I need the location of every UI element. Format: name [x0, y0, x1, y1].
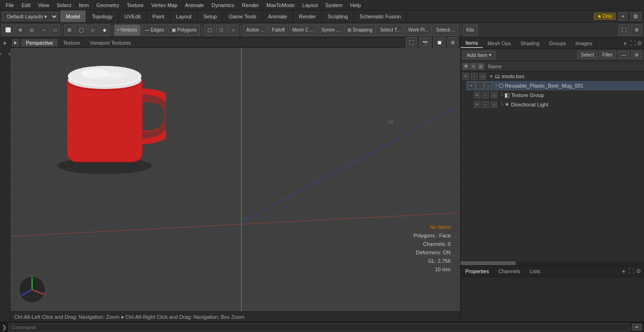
maximize-btn[interactable]: ⛶ [619, 24, 630, 36]
layout-settings-button[interactable]: ⚙ [630, 12, 641, 21]
symm-btn[interactable]: Symm ... [318, 24, 343, 36]
item-render-3[interactable]: ◎ [491, 92, 497, 98]
menu-dynamics[interactable]: Dynamics [208, 1, 238, 9]
layout-tab-scripting[interactable]: Scripting [322, 10, 354, 22]
snap-toggle-btn[interactable]: ⬜ [2, 24, 14, 36]
props-settings-btn[interactable]: ⚙ [636, 268, 641, 275]
viewport-cam-btn[interactable]: 📷 [419, 37, 431, 49]
layout-tab-game-tools[interactable]: Game Tools [223, 10, 263, 22]
item-plus-2[interactable]: + [477, 82, 483, 89]
item-row-beer-mug[interactable]: 👁 + ◎ └ ⬡ Reusable_Plastic_Beer_Mug_001 [466, 81, 644, 90]
view-settings-btn[interactable]: ⚙ [631, 24, 642, 36]
hex-mode-btn[interactable]: ⬡ [216, 24, 227, 36]
selecti-btn[interactable]: Selecti ... [433, 24, 459, 36]
layout-tab-topology[interactable]: Topology [86, 10, 119, 22]
menu-file[interactable]: File [2, 1, 18, 9]
viewport-tab-viewport-textures[interactable]: Viewport Textures [85, 39, 136, 47]
item-render-4[interactable]: ◎ [491, 101, 497, 108]
menu-maxtomodo[interactable]: MaxToModo [263, 1, 298, 9]
light-btn[interactable]: ☼ [228, 24, 239, 36]
viewport-3d[interactable]: +2 [10, 48, 460, 311]
item-plus-1[interactable]: + [471, 73, 478, 80]
tab-shading[interactable]: Shading [516, 39, 544, 48]
item-plus-3[interactable]: + [482, 92, 489, 98]
menu-geometry[interactable]: Geometry [92, 1, 123, 9]
viewport-tab-perspective[interactable]: Perspective [21, 39, 58, 47]
item-render-2[interactable]: ◎ [485, 82, 492, 89]
falloff-btn[interactable]: Falloff [269, 24, 288, 36]
menu-layout[interactable]: Layout [298, 1, 322, 9]
menu-item[interactable]: Item [75, 1, 92, 9]
tab-items[interactable]: Items [461, 39, 483, 48]
menu-texture[interactable]: Texture [123, 1, 148, 9]
layout-tab-layout[interactable]: Layout [170, 10, 198, 22]
command-input[interactable] [8, 323, 630, 332]
tab-images[interactable]: Images [571, 39, 597, 48]
item-eye-1[interactable]: 👁 [462, 73, 469, 80]
tab-mesh-ops[interactable]: Mesh Ops [483, 39, 516, 48]
menu-select[interactable]: Select [53, 1, 75, 9]
props-maximize-btn[interactable]: ⛶ [628, 268, 634, 275]
add-props-tab-btn[interactable]: + [619, 267, 628, 276]
item-eye-4[interactable]: 👁 [474, 101, 480, 108]
panel-settings-btn[interactable]: ⚙ [637, 40, 642, 47]
layout-tab-setup[interactable]: Setup [198, 10, 223, 22]
item-row-directional-light[interactable]: 👁 + ◎ └ ☀ Directional Light [472, 100, 644, 109]
layout-tab-schematic-fusion[interactable]: Schematic Fusion [354, 10, 407, 22]
add-panel-tab-btn[interactable]: + [620, 39, 630, 48]
add-item-button[interactable]: Add Item ▾ [462, 51, 495, 59]
default-layouts-dropdown[interactable]: Default Layouts ▾ [2, 12, 58, 21]
menu-view[interactable]: View [34, 1, 53, 9]
viewport-tab-texture[interactable]: Texture [58, 39, 84, 47]
item-render-1[interactable]: ◎ [479, 73, 486, 80]
item-eye-2[interactable]: 👁 [468, 82, 475, 89]
layout-tab-model[interactable]: Model [60, 10, 86, 22]
viewport-toggle[interactable]: ▶ [12, 40, 19, 46]
viewport-nav-btn[interactable]: 🔲 [433, 37, 446, 49]
layout-tab-render[interactable]: Render [293, 10, 322, 22]
select-button[interactable]: Select [578, 51, 597, 59]
viewport-expand-btn[interactable]: ⛶ [406, 37, 417, 49]
layout-tab-animate[interactable]: Animate [263, 10, 293, 22]
menu-system[interactable]: System [322, 1, 347, 9]
items-scrollbar[interactable] [461, 261, 644, 265]
item-row-texture-group[interactable]: 👁 + ◎ └ ◧ Texture Group [472, 90, 644, 100]
circle-btn[interactable]: ◯ [75, 24, 87, 36]
viewport-more-btn[interactable]: ⚙ [447, 37, 458, 49]
tab-groups[interactable]: Groups [544, 39, 570, 48]
snapping-grid-btn[interactable]: ⊞ [64, 24, 74, 36]
add-layout-button[interactable]: + [619, 12, 627, 21]
work-pl-btn[interactable]: Work Pl... [405, 24, 432, 36]
only-button[interactable]: ★ Only [594, 13, 616, 20]
menu-animate[interactable]: Animate [181, 1, 207, 9]
polygon-btn[interactable]: ▷ [88, 24, 99, 36]
transform-btn[interactable]: ↔ [38, 24, 50, 36]
origin-btn[interactable]: ⊕ [15, 24, 25, 36]
items-minus-btn[interactable]: — [618, 51, 629, 59]
select-box-btn[interactable]: □ [50, 24, 60, 36]
item-row-modo-bxo[interactable]: 👁 + ◎ ▼ 🗂 modo.bxo [461, 72, 644, 81]
tab-lists[interactable]: Lists [525, 267, 545, 275]
kits-btn[interactable]: Kits [463, 24, 478, 36]
polygons-btn[interactable]: ▣ Polygons [168, 24, 200, 36]
edges-btn[interactable]: — Edges [141, 24, 167, 36]
sidebar-toggle[interactable]: ▶ [0, 39, 10, 47]
tab-channels[interactable]: Channels [494, 267, 525, 275]
material-btn[interactable]: ◆ [99, 24, 110, 36]
panel-maximize-btn[interactable]: ⛶ [630, 40, 636, 47]
item-eye-3[interactable]: 👁 [474, 92, 480, 98]
menu-vertex-map[interactable]: Vertex Map [148, 1, 182, 9]
tab-properties[interactable]: Properties [461, 267, 494, 275]
menu-help[interactable]: Help [347, 1, 365, 9]
sidebar-item-s[interactable]: s [0, 49, 5, 58]
menu-edit[interactable]: Edit [18, 1, 34, 9]
tree-expand-1[interactable]: ▼ [489, 74, 494, 79]
vertices-btn[interactable]: • Vertices [114, 24, 140, 36]
menu-render[interactable]: Render [238, 1, 263, 9]
snapping-btn[interactable]: ⊞ Snapping [344, 24, 376, 36]
layout-tab-uvedit[interactable]: UVEdit [119, 10, 147, 22]
items-settings-btn[interactable]: ⚙ [631, 51, 642, 59]
action-dropdown-btn[interactable]: Action ... [243, 24, 268, 36]
mesh-c-btn[interactable]: Mesh C ... [289, 24, 317, 36]
item-plus-4[interactable]: + [482, 101, 489, 108]
